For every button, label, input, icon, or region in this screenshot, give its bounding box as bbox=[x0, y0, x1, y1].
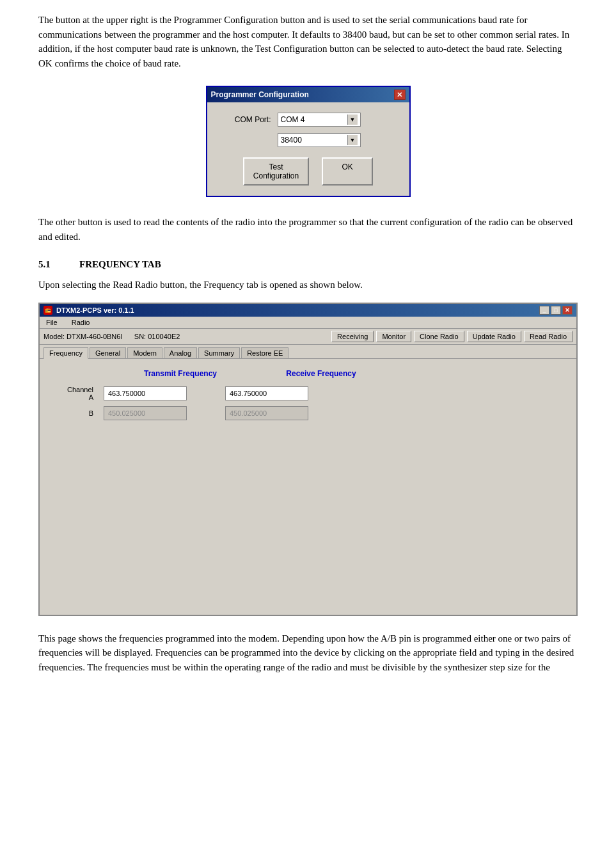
com-port-arrow[interactable]: ▼ bbox=[347, 115, 358, 125]
app-menubar: File Radio bbox=[40, 317, 576, 329]
read-radio-button[interactable]: Read Radio bbox=[524, 331, 573, 342]
tab-restore-ee[interactable]: Restore EE bbox=[241, 347, 288, 358]
tab-summary[interactable]: Summary bbox=[198, 347, 240, 358]
app-title-left: 📻 DTXM2-PCPS ver: 0.1.1 bbox=[43, 306, 134, 315]
tab-analog[interactable]: Analog bbox=[164, 347, 197, 358]
freq-intro-text: Upon selecting the Read Radio button, th… bbox=[38, 278, 578, 292]
toolbar-info: Model: DTXM-460-0BN6I SN: 010040E2 bbox=[43, 333, 180, 340]
baud-rate-row: 38400 ▼ bbox=[220, 133, 397, 147]
com-port-select[interactable]: COM 4 ▼ bbox=[278, 113, 361, 127]
section-heading: 5.1 FREQUENCY TAB bbox=[38, 259, 578, 270]
tx-a-input[interactable] bbox=[104, 386, 187, 400]
app-tabs: Frequency General Modem Analog Summary R… bbox=[40, 345, 576, 359]
receive-freq-label: Receive Frequency bbox=[270, 369, 372, 378]
app-toolbar: Model: DTXM-460-0BN6I SN: 010040E2 Recei… bbox=[40, 329, 576, 345]
menu-file[interactable]: File bbox=[42, 318, 61, 327]
test-config-button[interactable]: TestConfiguration bbox=[243, 157, 309, 186]
update-radio-button[interactable]: Update Radio bbox=[467, 331, 521, 342]
transmit-freq-label: Transmit Frequency bbox=[129, 369, 232, 378]
app-window-container: 📻 DTXM2-PCPS ver: 0.1.1 _ □ ✕ File Radio… bbox=[38, 303, 578, 616]
rx-a-input[interactable] bbox=[225, 386, 308, 400]
app-titlebar: 📻 DTXM2-PCPS ver: 0.1.1 _ □ ✕ bbox=[40, 304, 576, 317]
dialog-titlebar: Programmer Configuration ✕ bbox=[207, 87, 409, 102]
toolbar-buttons: Receiving Monitor Clone Radio Update Rad… bbox=[331, 331, 573, 342]
model-label: Model: DTXM-460-0BN6I bbox=[43, 333, 123, 340]
channel-a-row: ChannelA bbox=[52, 386, 564, 401]
dialog-body: COM Port: COM 4 ▼ 38400 ▼ TestConfigurat… bbox=[207, 102, 409, 196]
com-port-row: COM Port: COM 4 ▼ bbox=[220, 113, 397, 127]
app-content: Transmit Frequency Receive Frequency Cha… bbox=[40, 359, 576, 615]
app-title: DTXM2-PCPS ver: 0.1.1 bbox=[56, 306, 134, 314]
receiving-button[interactable]: Receiving bbox=[331, 331, 374, 342]
dialog-container: Programmer Configuration ✕ COM Port: COM… bbox=[38, 86, 578, 197]
tab-modem[interactable]: Modem bbox=[127, 347, 162, 358]
window-controls: _ □ ✕ bbox=[539, 306, 573, 315]
middle-paragraph: The other button is used to read the con… bbox=[38, 215, 578, 244]
com-port-label: COM Port: bbox=[220, 115, 271, 124]
channel-b-label: B bbox=[52, 409, 104, 417]
baud-rate-arrow[interactable]: ▼ bbox=[347, 135, 358, 145]
app-window: 📻 DTXM2-PCPS ver: 0.1.1 _ □ ✕ File Radio… bbox=[38, 303, 578, 616]
dialog-close-button[interactable]: ✕ bbox=[394, 90, 406, 100]
footer-paragraph: This page shows the frequencies programm… bbox=[38, 631, 578, 675]
channel-a-label: ChannelA bbox=[52, 386, 104, 401]
rx-b-input[interactable] bbox=[225, 406, 308, 420]
dialog-buttons: TestConfiguration OK bbox=[220, 157, 397, 186]
intro-paragraph: The button at the upper right is the Pro… bbox=[38, 13, 578, 70]
minimize-button[interactable]: _ bbox=[539, 306, 549, 315]
baud-rate-select[interactable]: 38400 ▼ bbox=[278, 133, 361, 147]
sn-label: SN: 010040E2 bbox=[134, 333, 180, 340]
monitor-button[interactable]: Monitor bbox=[376, 331, 411, 342]
tab-general[interactable]: General bbox=[90, 347, 126, 358]
close-button[interactable]: ✕ bbox=[562, 306, 573, 315]
page-content: The button at the upper right is the Pro… bbox=[38, 13, 578, 674]
app-icon: 📻 bbox=[43, 306, 52, 315]
tab-frequency[interactable]: Frequency bbox=[43, 347, 88, 359]
clone-radio-button[interactable]: Clone Radio bbox=[414, 331, 464, 342]
programmer-config-dialog: Programmer Configuration ✕ COM Port: COM… bbox=[206, 86, 411, 197]
menu-radio[interactable]: Radio bbox=[68, 318, 94, 327]
section-number: 5.1 bbox=[38, 259, 64, 270]
section-title: FREQUENCY TAB bbox=[79, 259, 161, 270]
maximize-button[interactable]: □ bbox=[551, 306, 561, 315]
tx-b-input[interactable] bbox=[104, 406, 187, 420]
baud-rate-value: 38400 bbox=[281, 136, 347, 145]
channel-b-row: B bbox=[52, 406, 564, 420]
dialog-title: Programmer Configuration bbox=[211, 90, 394, 99]
ok-button[interactable]: OK bbox=[322, 157, 373, 186]
com-port-value: COM 4 bbox=[281, 115, 347, 124]
frequency-header: Transmit Frequency Receive Frequency bbox=[129, 369, 564, 378]
